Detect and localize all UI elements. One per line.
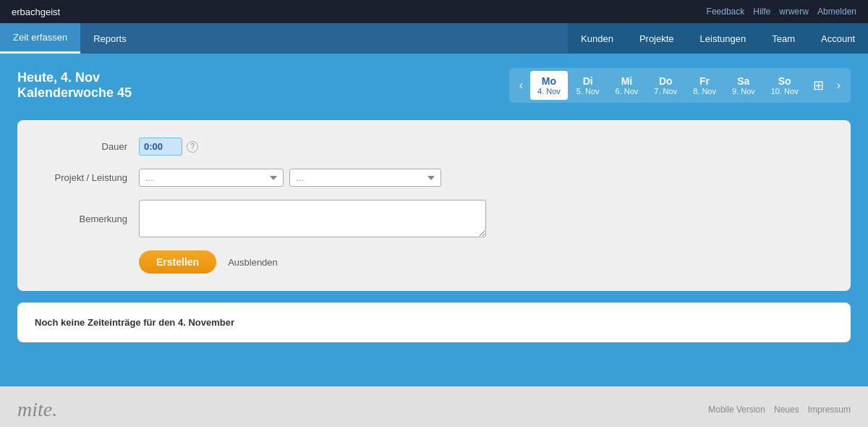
top-bar: erbachgeist Feedback Hilfe wrwerw Abmeld… xyxy=(0,0,868,23)
kunden-tab[interactable]: Kunden xyxy=(568,23,626,54)
abmelden-link[interactable]: Abmelden xyxy=(817,7,856,17)
empty-state-card: Noch keine Zeiteinträge für den 4. Novem… xyxy=(17,303,851,342)
impressum-link[interactable]: Impressum xyxy=(808,405,851,415)
day-saturday[interactable]: Sa 9. Nov xyxy=(725,71,762,100)
leistung-select[interactable]: ... xyxy=(289,169,441,187)
bemerkung-label: Bemerkung xyxy=(41,214,127,224)
nav-bar: Zeit erfassen Reports Kunden Projekte Le… xyxy=(0,23,868,54)
hide-link[interactable]: Ausblenden xyxy=(228,257,278,268)
reports-tab[interactable]: Reports xyxy=(80,23,140,54)
day-tuesday[interactable]: Di 5. Nov xyxy=(569,71,607,100)
neues-link[interactable]: Neues xyxy=(774,405,799,415)
week-navigator: ‹ Mo 4. Nov Di 5. Nov Mi 6. Nov Do 7. No… xyxy=(509,68,851,103)
week-label: Kalenderwoche 45 xyxy=(17,85,132,101)
bemerkung-row: Bemerkung xyxy=(41,200,827,237)
day-friday[interactable]: Fr 8. Nov xyxy=(686,71,723,100)
create-button[interactable]: Erstellen xyxy=(139,250,216,274)
bemerkung-input[interactable] xyxy=(139,200,486,237)
footer-logo: mite. xyxy=(17,398,57,421)
empty-state-message: Noch keine Zeiteinträge für den 4. Novem… xyxy=(35,317,833,328)
projekte-tab[interactable]: Projekte xyxy=(626,23,687,54)
dauer-row: Dauer ? xyxy=(41,138,827,156)
footer: mite. Mobile Version Neues Impressum xyxy=(0,386,868,427)
leistungen-tab[interactable]: Leistungen xyxy=(687,23,760,54)
dauer-input[interactable] xyxy=(139,138,182,156)
nav-left: Zeit erfassen Reports xyxy=(0,23,140,54)
day-sunday[interactable]: So 10. Nov xyxy=(764,71,806,100)
projekt-select[interactable]: ... xyxy=(139,169,284,187)
mobile-version-link[interactable]: Mobile Version xyxy=(708,405,765,415)
logo: erbachgeist xyxy=(12,7,60,17)
today-label: Heute, 4. Nov xyxy=(17,70,132,85)
dauer-help-icon[interactable]: ? xyxy=(187,141,198,153)
dauer-label: Dauer xyxy=(41,141,127,152)
week-grid-icon[interactable]: ⊞ xyxy=(807,73,830,98)
account-tab[interactable]: Account xyxy=(808,23,868,54)
prev-week-button[interactable]: ‹ xyxy=(514,76,529,95)
zeit-erfassen-tab[interactable]: Zeit erfassen xyxy=(0,23,80,54)
projekt-leistung-row: Projekt / Leistung ... ... xyxy=(41,169,827,187)
time-entry-form: Dauer ? Projekt / Leistung ... ... Bemer… xyxy=(17,120,851,291)
team-tab[interactable]: Team xyxy=(759,23,808,54)
date-header: Heute, 4. Nov Kalenderwoche 45 ‹ Mo 4. N… xyxy=(17,68,851,103)
projekt-label: Projekt / Leistung xyxy=(41,172,127,183)
feedback-link[interactable]: Feedback xyxy=(707,7,745,17)
date-info: Heute, 4. Nov Kalenderwoche 45 xyxy=(17,70,132,101)
form-actions: Erstellen Ausblenden xyxy=(139,250,827,274)
hilfe-link[interactable]: Hilfe xyxy=(753,7,770,17)
main-content: Heute, 4. Nov Kalenderwoche 45 ‹ Mo 4. N… xyxy=(0,54,868,386)
nav-right: Kunden Projekte Leistungen Team Account xyxy=(568,23,868,54)
day-wednesday[interactable]: Mi 6. Nov xyxy=(608,71,646,100)
next-week-button[interactable]: › xyxy=(831,76,846,95)
day-thursday[interactable]: Do 7. Nov xyxy=(647,71,684,100)
top-bar-links: Feedback Hilfe wrwerw Abmelden xyxy=(707,7,856,17)
username-link[interactable]: wrwerw xyxy=(779,7,809,17)
footer-links: Mobile Version Neues Impressum xyxy=(708,405,851,415)
day-monday[interactable]: Mo 4. Nov xyxy=(530,71,568,100)
